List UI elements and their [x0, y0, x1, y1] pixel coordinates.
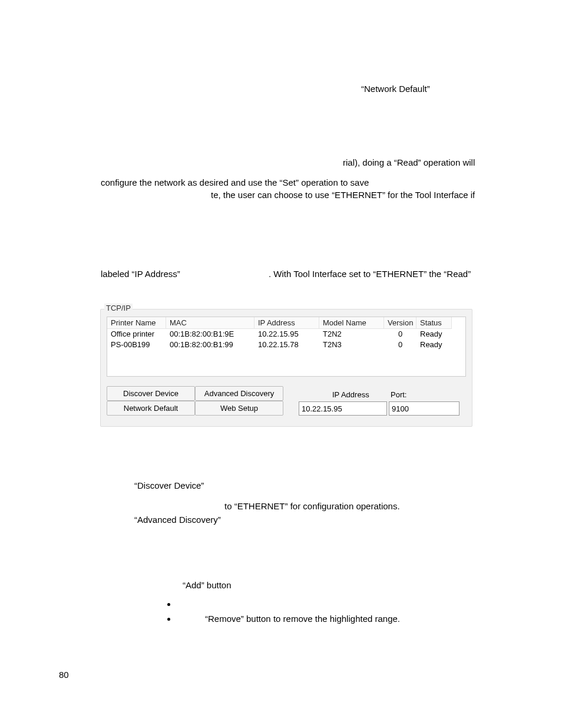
discover-device-button[interactable]: Discover Device: [107, 386, 195, 401]
text-frag: to “ETHERNET” for configuration operatio…: [224, 500, 400, 513]
list-item: x “Modify” button to: [177, 599, 400, 609]
col-version[interactable]: Version: [384, 317, 416, 329]
text-frag: “Add” button: [183, 579, 232, 592]
panel-title: TCP/IP: [104, 304, 133, 312]
text-frag: “Discover Device”: [134, 479, 204, 492]
text-frag: “Advanced Discovery”: [134, 513, 221, 526]
col-ip[interactable]: IP Address: [254, 317, 319, 329]
web-setup-button[interactable]: Web Setup: [195, 401, 283, 416]
tcpip-panel: TCP/IP Printer Name MAC IP Address Model…: [100, 309, 472, 427]
page-number: 80: [59, 670, 69, 680]
port-label: Port:: [391, 390, 406, 399]
text-frag: . With Tool Interface set to “ETHERNET” …: [269, 268, 471, 281]
text-frag: configure the network as desired and use…: [101, 176, 369, 189]
port-input[interactable]: [389, 401, 459, 416]
bullet-list: x “Modify” button to “Remove” button to …: [177, 599, 400, 629]
col-model[interactable]: Model Name: [319, 317, 384, 329]
network-default-button[interactable]: Network Default: [107, 401, 195, 416]
printer-listview[interactable]: Printer Name MAC IP Address Model Name V…: [107, 317, 466, 377]
ip-address-label: IP Address: [332, 390, 369, 399]
text-frag: “Network Default”: [361, 83, 430, 95]
advanced-discovery-button[interactable]: Advanced Discovery: [195, 386, 283, 401]
col-status[interactable]: Status: [416, 317, 452, 329]
listview-header: Printer Name MAC IP Address Model Name V…: [107, 317, 465, 329]
col-mac[interactable]: MAC: [166, 317, 254, 329]
text-frag: rial), doing a “Read” operation will: [343, 156, 475, 169]
col-printer-name[interactable]: Printer Name: [107, 317, 166, 329]
table-row[interactable]: PS-00B199 00:1B:82:00:B1:99 10.22.15.78 …: [107, 340, 465, 350]
text-frag: labeled “IP Address”: [101, 268, 180, 281]
page: “Network Default” rial), doing a “Read” …: [0, 0, 562, 728]
text-frag: “Remove” button to remove the highlighte…: [205, 614, 400, 624]
list-item: “Remove” button to remove the highlighte…: [177, 612, 400, 625]
text-frag: te, the user can choose to use “ETHERNET…: [211, 189, 475, 202]
ip-address-input[interactable]: [299, 401, 387, 416]
table-row[interactable]: Office printer 00:1B:82:00:B1:9E 10.22.1…: [107, 329, 465, 340]
